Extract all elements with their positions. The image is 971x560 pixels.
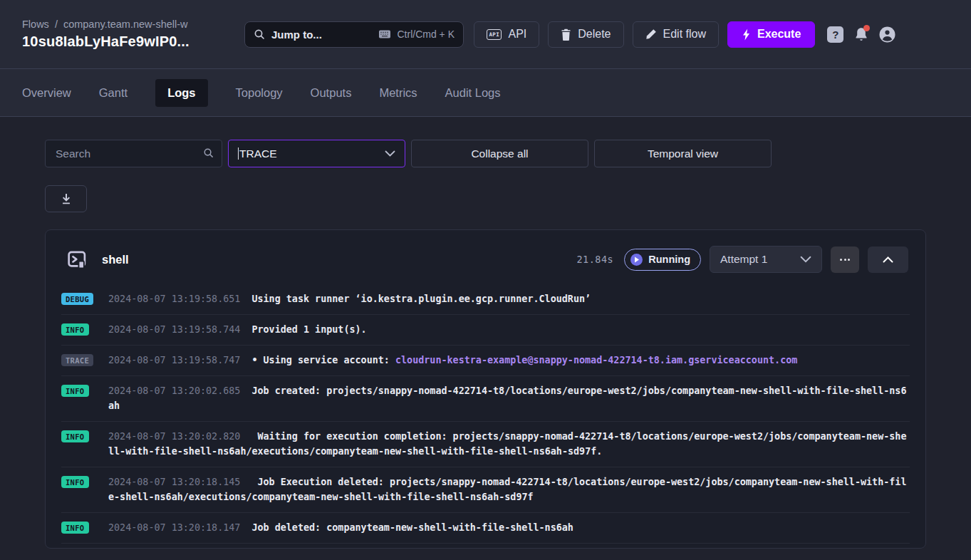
keyboard-icon <box>378 29 391 39</box>
ellipsis-icon <box>840 259 842 261</box>
log-level-badge: DEBUG <box>61 293 93 305</box>
log-timestamp: 2024-08-07 13:20:02.820 <box>108 431 240 442</box>
api-icon: API <box>487 29 502 40</box>
log-level-badge: TRACE <box>61 354 93 366</box>
log-message-link[interactable]: cloudrun-kestra-example@snappy-nomad-422… <box>395 355 797 365</box>
log-level-badge-col: INFO <box>61 383 98 397</box>
breadcrumb: Flows / company.team.new-shell-w <box>22 19 244 30</box>
tab-bar: OverviewGanttLogsTopologyOutputsMetricsA… <box>0 69 971 117</box>
log-level-badge: INFO <box>61 323 89 336</box>
log-row: INFO2024-08-07 13:20:02.685Job created: … <box>61 376 910 422</box>
log-row: TRACE2024-08-07 13:19:58.747• Using serv… <box>61 346 910 376</box>
task-duration: 21.84s <box>576 254 613 265</box>
tab-outputs[interactable]: Outputs <box>311 79 352 107</box>
trash-icon <box>561 28 571 41</box>
jump-to-shortcut: Ctrl/Cmd + K <box>378 28 455 40</box>
task-panel-header: shell 21.84s Running Attempt 1 <box>61 230 910 284</box>
log-level-badge-col: INFO <box>61 520 98 534</box>
search-input[interactable] <box>45 140 222 167</box>
log-level-badge-col: TRACE <box>61 353 98 366</box>
log-timestamp: 2024-08-07 13:19:58.651 <box>108 294 240 304</box>
log-timestamp: 2024-08-07 13:19:58.747 <box>108 355 240 365</box>
header-icon-cluster: ? <box>827 26 895 43</box>
notification-dot <box>863 25 870 31</box>
log-message: Using task runner ‘io.kestra.plugin.ee.g… <box>251 294 591 304</box>
log-text: 2024-08-07 13:20:02.820 Waiting for exec… <box>108 429 910 459</box>
execute-button-label: Execute <box>757 28 801 41</box>
edit-flow-button-label: Edit flow <box>663 28 706 41</box>
tab-metrics[interactable]: Metrics <box>379 79 417 107</box>
log-row: DEBUG2024-08-07 13:19:58.651Using task r… <box>61 284 910 315</box>
tab-overview[interactable]: Overview <box>22 79 71 107</box>
running-play-icon <box>630 254 643 266</box>
log-text: 2024-08-07 13:19:58.651Using task runner… <box>108 291 910 306</box>
tab-topology[interactable]: Topology <box>236 79 283 107</box>
breadcrumb-flows[interactable]: Flows <box>22 19 49 30</box>
log-text: 2024-08-07 13:20:18.147Job deleted: comp… <box>108 520 910 535</box>
tab-audit-logs[interactable]: Audit Logs <box>445 79 501 107</box>
logs-page: TRACE Collapse all Temporal view <box>0 117 971 549</box>
log-message: • Using service account: <box>251 355 395 365</box>
log-timestamp: 2024-08-07 13:20:02.685 <box>108 385 240 396</box>
log-timestamp: 2024-08-07 13:20:18.147 <box>108 522 240 533</box>
jump-to-shortcut-text: Ctrl/Cmd + K <box>397 28 455 40</box>
tab-logs[interactable]: Logs <box>155 79 207 107</box>
log-timestamp: 2024-08-07 13:19:58.744 <box>108 324 240 335</box>
help-button[interactable]: ? <box>827 26 843 43</box>
log-row: INFO2024-08-07 13:20:02.820 Waiting for … <box>61 422 910 467</box>
jump-to-search[interactable]: Jump to... Ctrl/Cmd + K <box>244 21 464 48</box>
page-title: 10su8IabLyHaFe9wIP0... <box>22 33 244 50</box>
task-panel-controls: 21.84s Running Attempt 1 <box>576 246 908 273</box>
filter-row: TRACE Collapse all Temporal view <box>45 140 926 167</box>
delete-button[interactable]: Delete <box>548 21 623 48</box>
log-text: 2024-08-07 13:19:58.747• Using service a… <box>108 353 910 368</box>
more-options-button[interactable] <box>831 247 859 273</box>
collapse-all-button[interactable]: Collapse all <box>411 140 588 167</box>
search-icon <box>203 147 214 161</box>
notifications-button[interactable] <box>853 26 869 43</box>
user-menu-button[interactable] <box>879 26 895 43</box>
attempt-value: Attempt 1 <box>720 253 767 266</box>
log-level-select[interactable]: TRACE <box>228 140 405 167</box>
log-row: INFO2024-08-07 13:20:18.145 Job Executio… <box>61 467 910 513</box>
app-root: Flows / company.team.new-shell-w 10su8Ia… <box>0 0 971 549</box>
execute-button[interactable]: Execute <box>727 21 815 48</box>
chevron-down-icon <box>385 150 395 157</box>
chevron-down-icon <box>800 256 811 263</box>
log-text: 2024-08-07 13:20:02.685Job created: proj… <box>108 383 910 413</box>
attempt-select[interactable]: Attempt 1 <box>710 246 822 273</box>
log-message: Provided 1 input(s). <box>251 324 366 335</box>
header-actions: API API Delete Edit flow Execute <box>474 21 815 48</box>
flow-info: Flows / company.team.new-shell-w 10su8Ia… <box>22 19 244 50</box>
jump-to-placeholder: Jump to... <box>271 28 372 41</box>
terminal-icon <box>67 249 88 270</box>
tab-gantt[interactable]: Gantt <box>99 79 128 107</box>
download-icon <box>61 193 72 204</box>
collapse-task-button[interactable] <box>868 247 908 273</box>
status-badge[interactable]: Running <box>624 249 701 271</box>
log-level-badge: INFO <box>61 385 89 397</box>
lightning-icon <box>742 28 751 41</box>
log-message: Job deleted: companyteam-new-shell-with-… <box>251 522 573 533</box>
delete-button-label: Delete <box>578 28 611 41</box>
pencil-icon <box>645 28 657 40</box>
text-cursor <box>238 147 239 160</box>
breadcrumb-namespace[interactable]: company.team.new-shell-w <box>63 19 188 30</box>
log-text: 2024-08-07 13:20:18.145 Job Execution de… <box>108 475 910 504</box>
log-level-badge-col: INFO <box>61 429 98 442</box>
api-button-label: API <box>508 28 526 41</box>
edit-flow-button[interactable]: Edit flow <box>633 21 719 48</box>
log-row: INFO2024-08-07 13:20:18.147Job deleted: … <box>61 513 910 544</box>
log-level-badge-col: DEBUG <box>61 291 98 305</box>
log-row: INFO2024-08-07 13:19:58.744Provided 1 in… <box>61 315 910 346</box>
avatar-icon <box>879 26 895 43</box>
temporal-view-button[interactable]: Temporal view <box>594 140 772 167</box>
log-level-value: TRACE <box>239 147 277 160</box>
log-level-badge: INFO <box>61 430 89 442</box>
task-log-panel: shell 21.84s Running Attempt 1 <box>45 229 926 549</box>
download-logs-button[interactable] <box>45 185 87 212</box>
breadcrumb-separator: / <box>55 19 58 30</box>
log-timestamp: 2024-08-07 13:20:18.145 <box>108 477 240 487</box>
header: Flows / company.team.new-shell-w 10su8Ia… <box>0 0 971 69</box>
api-button[interactable]: API API <box>474 21 539 48</box>
